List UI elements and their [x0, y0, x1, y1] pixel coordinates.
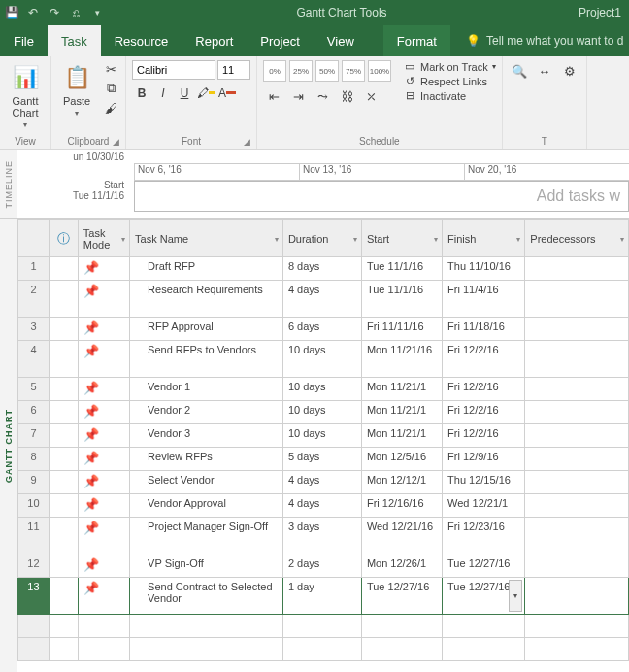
col-task-name[interactable]: Task Name▾ — [130, 220, 283, 257]
row-number[interactable]: 5 — [18, 378, 50, 401]
tab-file[interactable]: File — [0, 25, 48, 56]
timeline-bar[interactable]: Add tasks w — [134, 181, 629, 212]
chevron-down-icon[interactable]: ▾ — [620, 234, 624, 243]
gantt-side-label[interactable]: GANTT CHART — [0, 219, 17, 672]
italic-button[interactable]: I — [153, 84, 173, 103]
cell-finish[interactable]: Fri 12/9/16 — [443, 448, 525, 471]
background-color-button[interactable]: 🖍 — [196, 84, 215, 103]
cell-duration[interactable]: 4 days — [282, 494, 361, 518]
cell-dropdown-icon[interactable]: ▾ — [509, 580, 522, 612]
cell-predecessors[interactable] — [525, 471, 629, 494]
row-number[interactable]: 10 — [18, 494, 50, 518]
cell-task-mode[interactable]: 📌 — [78, 518, 129, 554]
table-row[interactable]: 11📌Project Manager Sign-Off3 daysWed 12/… — [18, 518, 629, 554]
cell-start[interactable]: Tue 11/1/16 — [361, 281, 442, 318]
chevron-down-icon[interactable]: ▾ — [275, 234, 279, 243]
font-name-select[interactable] — [132, 60, 215, 80]
row-number[interactable]: 8 — [18, 448, 50, 471]
unlink-tasks-icon[interactable]: ⤫ — [360, 85, 381, 107]
table-row[interactable]: 9📌Select Vendor4 daysMon 12/12/1Thu 12/1… — [18, 471, 629, 494]
tab-project[interactable]: Project — [247, 25, 313, 56]
cell-task-mode[interactable]: 📌 — [78, 471, 129, 494]
col-finish[interactable]: Finish▾ — [443, 220, 525, 257]
cell-predecessors[interactable] — [525, 318, 629, 341]
tab-resource[interactable]: Resource — [101, 25, 182, 56]
format-painter-icon[interactable]: 🖌 — [102, 99, 119, 117]
chevron-down-icon[interactable]: ▾ — [434, 234, 438, 243]
link-icon[interactable]: ⎌ — [68, 5, 83, 20]
cell-predecessors[interactable] — [525, 494, 629, 518]
cell-task-mode[interactable]: 📌 — [78, 318, 129, 341]
cell-info[interactable] — [49, 257, 78, 281]
cell-info[interactable] — [49, 448, 78, 471]
cell-task-name[interactable]: Vendor 3 — [130, 424, 283, 448]
mode-icon[interactable]: ⚙ — [559, 60, 580, 82]
cell-duration[interactable]: 8 days — [282, 257, 361, 281]
cell-predecessors[interactable] — [525, 424, 629, 448]
underline-button[interactable]: U — [175, 84, 194, 103]
cell-predecessors[interactable] — [525, 518, 629, 554]
tab-format[interactable]: Format — [383, 25, 450, 56]
pc75-button[interactable]: 75% — [342, 60, 365, 82]
cell-finish[interactable]: Fri 12/2/16 — [443, 341, 525, 378]
gantt-chart-button[interactable]: 📊 Gantt Chart ▾ — [6, 60, 45, 131]
cell-duration[interactable]: 6 days — [282, 318, 361, 341]
pc0-button[interactable]: 0% — [263, 60, 286, 82]
cell-task-name[interactable]: Send Contract to Selected Vendor — [130, 578, 283, 615]
tell-me-search[interactable]: 💡 Tell me what you want to d — [466, 25, 623, 56]
row-number[interactable]: 6 — [18, 401, 50, 424]
cell-duration[interactable]: 5 days — [282, 448, 361, 471]
row-number[interactable]: 2 — [18, 281, 50, 318]
cell-start[interactable]: Tue 12/27/16 — [361, 578, 442, 615]
cell-info[interactable] — [49, 281, 78, 318]
cell-task-name[interactable]: VP Sign-Off — [130, 554, 283, 578]
cell-finish[interactable]: Tue 12/27/16▾ — [443, 578, 525, 615]
cell-finish[interactable]: Fri 11/18/16 — [443, 318, 525, 341]
cell-task-mode[interactable]: 📌 — [78, 281, 129, 318]
tab-task[interactable]: Task — [48, 25, 101, 56]
cell-task-mode[interactable]: 📌 — [78, 401, 129, 424]
respect-links-button[interactable]: ↺Respect Links — [403, 75, 496, 87]
row-number[interactable]: 3 — [18, 318, 50, 341]
bold-button[interactable]: B — [132, 84, 151, 103]
table-row[interactable]: 13📌Send Contract to Selected Vendor1 day… — [18, 578, 629, 615]
table-row[interactable]: 6📌Vendor 210 daysMon 11/21/1Fri 12/2/16 — [18, 401, 629, 424]
row-number[interactable]: 13 — [18, 578, 50, 615]
col-rownum[interactable] — [18, 220, 50, 257]
table-row[interactable]: 8📌Review RFPs5 daysMon 12/5/16Fri 12/9/1… — [18, 448, 629, 471]
chevron-down-icon[interactable]: ▾ — [353, 234, 357, 243]
link-tasks-icon[interactable]: ⛓ — [336, 85, 357, 107]
cell-predecessors[interactable] — [525, 401, 629, 424]
col-predecessors[interactable]: Predecessors▾ — [525, 220, 629, 257]
row-number[interactable]: 12 — [18, 554, 50, 578]
cell-task-mode[interactable]: 📌 — [78, 494, 129, 518]
cell-task-mode[interactable]: 📌 — [78, 424, 129, 448]
cell-duration[interactable]: 4 days — [282, 471, 361, 494]
cell-task-name[interactable]: Draft RFP — [130, 257, 283, 281]
cell-finish[interactable]: Fri 12/23/16 — [443, 518, 525, 554]
paste-button[interactable]: 📋 Paste ▾ — [57, 60, 96, 119]
col-task-mode[interactable]: Task Mode▾ — [78, 220, 129, 257]
cell-start[interactable]: Mon 11/21/16 — [361, 341, 442, 378]
chevron-down-icon[interactable]: ▾ — [121, 234, 125, 243]
cell-task-name[interactable]: RFP Approval — [130, 318, 283, 341]
cell-finish[interactable]: Wed 12/21/1 — [443, 494, 525, 518]
cell-task-name[interactable]: Select Vendor — [130, 471, 283, 494]
tab-view[interactable]: View — [314, 25, 368, 56]
row-number[interactable]: 1 — [18, 257, 50, 281]
cell-start[interactable]: Mon 12/5/16 — [361, 448, 442, 471]
table-row[interactable]: 3📌RFP Approval6 daysFri 11/11/16Fri 11/1… — [18, 318, 629, 341]
cell-start[interactable]: Tue 11/1/16 — [361, 257, 442, 281]
cell-task-mode[interactable]: 📌 — [78, 448, 129, 471]
cell-info[interactable] — [49, 424, 78, 448]
cell-info[interactable] — [49, 494, 78, 518]
cell-duration[interactable]: 10 days — [282, 424, 361, 448]
table-row[interactable]: 12📌VP Sign-Off2 daysMon 12/26/1Tue 12/27… — [18, 554, 629, 578]
cell-task-name[interactable]: Research Requirements — [130, 281, 283, 318]
row-number[interactable]: 9 — [18, 471, 50, 494]
cell-task-name[interactable]: Vendor 2 — [130, 401, 283, 424]
cell-info[interactable] — [49, 578, 78, 615]
font-color-button[interactable]: A — [217, 84, 237, 103]
cut-icon[interactable]: ✂ — [102, 60, 119, 78]
cell-task-mode[interactable]: 📌 — [78, 578, 129, 615]
